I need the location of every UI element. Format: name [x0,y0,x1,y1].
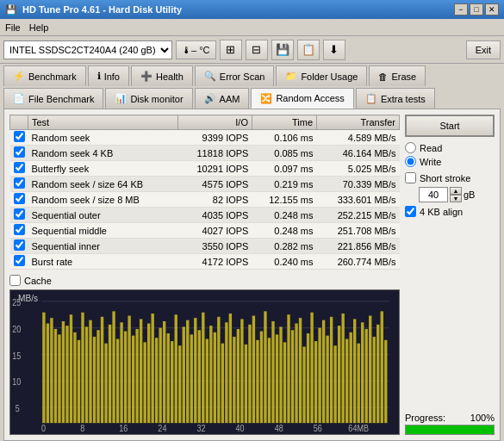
tab-benchmark[interactable]: ⚡ Benchmark [3,65,86,86]
row-checkbox-cell [10,254,28,270]
temperature-display: 🌡 – °C [176,40,216,59]
read-radio[interactable] [405,142,416,153]
stroke-up-button[interactable]: ▲ [450,187,462,195]
tab-error-scan[interactable]: 🔍 Error Scan [195,65,275,86]
stroke-spinner-buttons: ▲ ▼ [450,187,462,202]
tab-file-benchmark[interactable]: 📄 File Benchmark [3,88,103,109]
row-io-0: 9399 IOPS [178,130,252,146]
close-button[interactable]: ✕ [485,3,499,16]
row-checkbox-1[interactable] [14,146,25,158]
drive-dropdown[interactable]: INTEL SSDSC2CT240A4 (240 gB) [3,40,172,59]
titlebar-controls[interactable]: − □ ✕ [454,3,499,16]
row-time-2: 0.097 ms [252,161,316,177]
row-checkbox-4[interactable] [14,193,25,204]
write-option[interactable]: Write [405,156,495,167]
row-io-4: 82 IOPS [178,192,252,208]
svg-rect-41 [155,338,158,423]
row-checkbox-6[interactable] [14,224,25,235]
svg-rect-86 [330,317,333,423]
read-option[interactable]: Read [405,142,495,153]
align-label: 4 KB align [420,207,463,217]
left-panel: Test I/O Time Transfer Random seek 9399 … [9,115,400,435]
tab-info[interactable]: ℹ Info [88,65,129,86]
row-checkbox-cell [10,130,28,146]
svg-rect-71 [271,321,274,423]
row-checkbox-0[interactable] [14,131,25,142]
svg-rect-95 [365,329,368,423]
row-transfer-4: 333.601 MB/s [317,192,400,208]
svg-rect-96 [369,316,371,424]
align-checkbox[interactable] [405,206,416,217]
table-row: Burst rate 4172 IOPS 0.240 ms 260.774 MB… [10,254,400,270]
start-button[interactable]: Start [405,115,495,137]
row-checkbox-8[interactable] [14,255,25,266]
svg-text:24: 24 [158,424,167,434]
svg-rect-44 [167,333,170,423]
tab-aam[interactable]: 🔊 AAM [195,88,250,109]
col-io: I/O [178,115,252,130]
tab-folder-label: Folder Usage [301,71,358,82]
row-test-0: Random seek [28,130,178,146]
table-row: Random seek / size 64 KB 4575 IOPS 0.219… [10,177,400,192]
svg-rect-18 [65,326,68,423]
menu-help[interactable]: Help [29,22,49,33]
svg-rect-70 [268,338,271,423]
row-checkbox-5[interactable] [14,208,25,220]
toolbar-btn-3[interactable]: 💾 [271,40,294,60]
drive-select-group: INTEL SSDSC2CT240A4 (240 gB) [3,40,172,59]
tab-disk-monitor[interactable]: 📊 Disk monitor [105,88,192,109]
row-checkbox-7[interactable] [14,239,25,251]
svg-rect-39 [147,324,150,424]
svg-rect-14 [50,318,53,423]
tab-erase[interactable]: 🗑 Erase [369,65,426,86]
maximize-button[interactable]: □ [470,3,483,16]
svg-text:25: 25 [12,297,21,307]
svg-text:64MB: 64MB [348,424,369,434]
svg-rect-83 [318,328,320,423]
svg-rect-89 [341,314,344,423]
tab-random-access[interactable]: 🔀 Random Access [251,88,353,109]
row-io-7: 3550 IOPS [178,239,252,254]
svg-rect-45 [171,341,173,423]
svg-rect-21 [78,340,80,423]
row-checkbox-2[interactable] [14,162,25,173]
row-test-2: Butterfly seek [28,161,178,177]
toolbar-btn-1[interactable]: ⊞ [220,40,242,60]
toolbar-btn-5[interactable]: ⬇ [323,40,345,60]
minimize-button[interactable]: − [454,3,468,16]
row-test-6: Sequential middle [28,223,178,239]
thermometer-icon: 🌡 [182,45,191,55]
short-stroke-checkbox[interactable] [405,172,416,183]
stroke-down-button[interactable]: ▼ [450,195,462,202]
tab-benchmark-label: Benchmark [28,71,77,82]
exit-button[interactable]: Exit [466,40,501,59]
options-group: Short stroke ▲ ▼ gB 4 KB align [405,172,495,217]
toolbar-btn-4[interactable]: 📋 [297,40,320,60]
tab-extra-tests[interactable]: 📋 Extra tests [356,88,435,109]
progress-text: Progress: [405,413,445,423]
toolbar-btn-2[interactable]: ⊟ [246,40,268,60]
short-stroke-label: Short stroke [420,173,470,183]
tab-folder-usage[interactable]: 📁 Folder Usage [276,65,367,86]
svg-rect-64 [245,345,247,423]
svg-rect-36 [135,329,138,423]
stroke-value-input[interactable] [419,187,448,202]
menu-file[interactable]: File [5,22,21,33]
tab-extra-tests-label: Extra tests [381,94,426,104]
cache-checkbox[interactable] [9,275,21,286]
tab-health[interactable]: ➕ Health [131,65,193,86]
svg-text:0: 0 [41,424,46,434]
table-row: Sequential middle 4027 IOPS 0.248 ms 251… [10,223,400,239]
svg-rect-49 [186,320,189,423]
svg-rect-61 [233,337,235,423]
write-radio[interactable] [405,156,416,167]
svg-rect-16 [58,334,60,423]
extra-tests-icon: 📋 [365,93,377,104]
svg-rect-48 [183,326,185,423]
stroke-spinner-group: ▲ ▼ gB [419,187,495,202]
row-checkbox-3[interactable] [14,177,25,189]
svg-rect-25 [93,337,96,423]
svg-text:8: 8 [80,424,84,434]
svg-rect-33 [124,332,127,424]
svg-rect-79 [302,347,305,424]
